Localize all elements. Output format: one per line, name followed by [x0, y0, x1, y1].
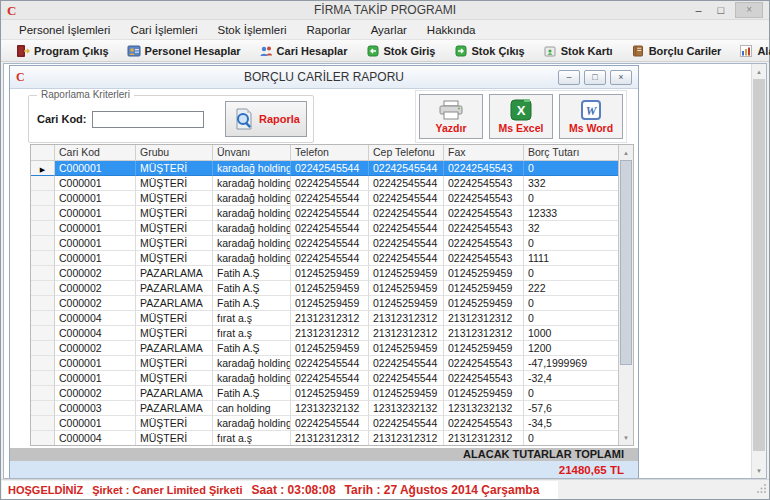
cell-telefon: 02242545544 [291, 191, 369, 206]
personnel-card-icon [127, 44, 141, 58]
ms-excel-button[interactable]: X Ms Excel [489, 94, 553, 139]
toolbar-cari-hesaplar-button[interactable]: Cari Hesaplar [252, 43, 355, 59]
table-row[interactable]: C000004 MÜŞTERİ fırat a.ş 21312312312 21… [31, 326, 618, 341]
table-row[interactable]: C000001 MÜŞTERİ karadağ holding 02242545… [31, 356, 618, 371]
row-selector[interactable] [31, 341, 55, 356]
header-cari-kod[interactable]: Cari Kod [55, 145, 136, 161]
table-row[interactable]: C000004 MÜŞTERİ fırat a.ş 21312312312 21… [31, 311, 618, 326]
report-logo-icon: C [16, 71, 25, 83]
cell-cari-kod: C000001 [55, 206, 136, 221]
cell-telefon: 01245259459 [291, 296, 369, 311]
ms-word-button[interactable]: W Ms Word [559, 94, 623, 139]
table-row[interactable]: C000004 MÜŞTERİ fırat a.ş 21312312312 21… [31, 431, 618, 445]
row-selector[interactable] [31, 326, 55, 341]
raporla-button[interactable]: Raporla [225, 101, 307, 137]
report-close-icon[interactable]: × [610, 70, 632, 85]
toolbar-stok-karti-button[interactable]: Stok Kartı [536, 43, 620, 59]
scroll-down-icon[interactable]: ▼ [619, 430, 633, 445]
cell-borc-tutari: 0 [524, 311, 618, 326]
toolbar-alacakli-cariler-button[interactable]: Alacaklı Cariler [732, 43, 770, 59]
row-selector[interactable] [31, 191, 55, 206]
yazdir-button[interactable]: Yazdır [419, 94, 483, 139]
row-selector[interactable] [31, 281, 55, 296]
header-grubu[interactable]: Grubu [136, 145, 213, 161]
cell-cep-telefonu: 01245259459 [369, 281, 444, 296]
header-borc-tutari[interactable]: Borç Tutarı [524, 145, 618, 161]
row-selector[interactable] [31, 371, 55, 386]
report-minimize-icon[interactable]: – [558, 70, 580, 85]
toolbar-personel-hesaplar-button[interactable]: Personel Hesaplar [120, 43, 248, 59]
row-selector[interactable] [31, 416, 55, 431]
report-maximize-icon[interactable]: □ [584, 70, 606, 85]
row-selector[interactable] [31, 206, 55, 221]
table-row[interactable]: C000003 PAZARLAMA can holding 1231323213… [31, 401, 618, 416]
scroll-up-icon[interactable]: ▲ [619, 145, 633, 160]
table-row[interactable]: C000002 PAZARLAMA Fatih A.Ş 01245259459 … [31, 296, 618, 311]
header-cep-telefonu[interactable]: Cep Telefonu [369, 145, 444, 161]
scroll-down-icon[interactable]: ▼ [752, 463, 766, 478]
table-row[interactable]: C000002 PAZARLAMA Fatih A.Ş 01245259459 … [31, 266, 618, 281]
minimize-icon[interactable]: – [690, 3, 706, 17]
table-row[interactable]: C000001 MÜŞTERİ karadağ holding 02242545… [31, 416, 618, 431]
main-titlebar[interactable]: C FİRMA TAKİP PROGRAMI – □ × [1, 1, 769, 19]
row-selector[interactable] [31, 176, 55, 191]
row-selector[interactable] [31, 401, 55, 416]
table-row[interactable]: C000001 MÜŞTERİ karadağ holding 02242545… [31, 221, 618, 236]
toolbar: Program Çıkış Personel Hesaplar Cari Hes… [1, 39, 769, 62]
cell-grubu: MÜŞTERİ [136, 431, 213, 445]
maximize-icon[interactable]: □ [713, 3, 730, 17]
cell-cari-kod: C000001 [55, 251, 136, 266]
cell-cep-telefonu: 02242545544 [369, 416, 444, 431]
cell-cari-kod: C000001 [55, 161, 136, 176]
table-row[interactable]: C000002 PAZARLAMA Fatih A.Ş 01245259459 … [31, 281, 618, 296]
cell-borc-tutari: 332 [524, 176, 618, 191]
scroll-up-icon[interactable]: ▲ [752, 64, 766, 79]
close-icon[interactable]: × [735, 2, 763, 18]
row-selector[interactable] [31, 356, 55, 371]
cell-fax: 21312312312 [444, 311, 524, 326]
toolbar-stok-cikis-button[interactable]: Stok Çıkış [447, 43, 532, 59]
menu-ayarlar[interactable]: Ayarlar [361, 22, 417, 38]
cell-cep-telefonu: 01245259459 [369, 386, 444, 401]
menu-cari-islemleri[interactable]: Cari İşlemleri [120, 22, 207, 38]
table-row[interactable]: C000001 MÜŞTERİ karadağ holding 02242545… [31, 191, 618, 206]
header-fax[interactable]: Fax [444, 145, 524, 161]
table-row[interactable]: C000001 MÜŞTERİ karadağ holding 02242545… [31, 371, 618, 386]
row-selector[interactable] [31, 431, 55, 445]
toolbar-borclu-cariler-button[interactable]: Borçlu Cariler [624, 43, 729, 59]
menu-hakkinda[interactable]: Hakkında [417, 22, 486, 38]
cari-kod-input[interactable] [92, 111, 204, 128]
toolbar-stok-giris-button[interactable]: Stok Giriş [359, 43, 443, 59]
table-row[interactable]: C000001 MÜŞTERİ karadağ holding 02242545… [31, 251, 618, 266]
mdi-scrollbar-thumb[interactable] [753, 79, 765, 451]
row-selector[interactable] [31, 296, 55, 311]
table-row[interactable]: C000001 MÜŞTERİ karadağ holding 02242545… [31, 236, 618, 251]
table-row[interactable]: C000001 MÜŞTERİ karadağ holding 02242545… [31, 176, 618, 191]
grid-scrollbar-thumb[interactable] [620, 160, 632, 365]
header-unvani[interactable]: Ünvanı [213, 145, 291, 161]
cell-cari-kod: C000001 [55, 416, 136, 431]
row-selector[interactable] [31, 386, 55, 401]
cell-fax: 02242545543 [444, 221, 524, 236]
row-selector[interactable] [31, 251, 55, 266]
status-company: Şirket : Caner Limited Şirketi [92, 484, 242, 496]
header-telefon[interactable]: Telefon [291, 145, 369, 161]
grid-vertical-scrollbar[interactable]: ▲ ▼ [618, 145, 633, 445]
row-selector[interactable] [31, 221, 55, 236]
row-selector[interactable] [31, 311, 55, 326]
table-row[interactable]: C000002 PAZARLAMA Fatih A.Ş 01245259459 … [31, 386, 618, 401]
status-panel: HOŞGELDİNİZ Şirket : Caner Limited Şirke… [2, 481, 558, 499]
toolbar-program-cikis-button[interactable]: Program Çıkış [9, 43, 116, 59]
menu-raporlar[interactable]: Raporlar [297, 22, 361, 38]
row-selector[interactable] [31, 266, 55, 281]
mdi-vertical-scrollbar[interactable]: ▲ ▼ [751, 64, 766, 478]
menu-stok-islemleri[interactable]: Stok İşlemleri [208, 22, 297, 38]
table-row[interactable]: C000001 MÜŞTERİ karadağ holding 02242545… [31, 206, 618, 221]
resize-grip-icon[interactable] [757, 479, 767, 497]
menu-personel-islemleri[interactable]: Personel İşlemleri [9, 22, 120, 38]
table-row[interactable]: C000001 MÜŞTERİ karadağ holding 02242545… [31, 161, 618, 176]
row-selector[interactable] [31, 161, 55, 176]
report-titlebar[interactable]: C BORÇLU CARİLER RAPORU – □ × [10, 66, 638, 89]
table-row[interactable]: C000002 PAZARLAMA Fatih A.Ş 01245259459 … [31, 341, 618, 356]
row-selector[interactable] [31, 236, 55, 251]
